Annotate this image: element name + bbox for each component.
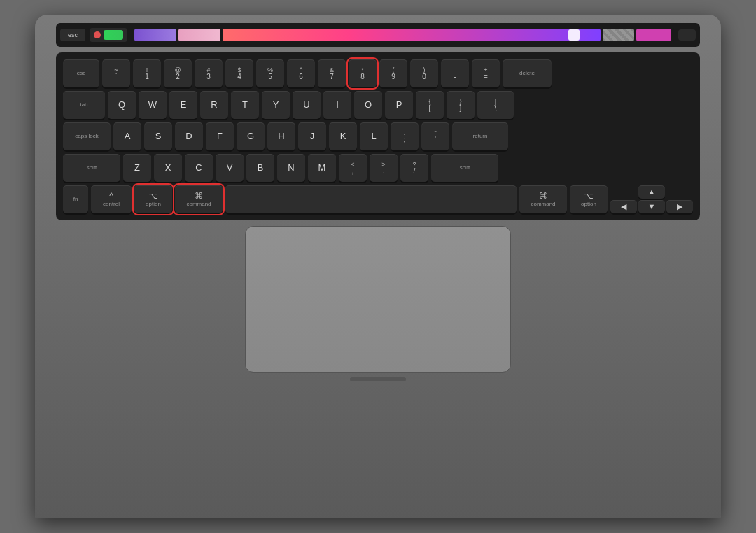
touchbar-bar-pink <box>178 29 220 41</box>
key-z[interactable]: Z <box>123 154 151 182</box>
touchbar-color-area <box>132 27 674 43</box>
key-command-right[interactable]: ⌘ command <box>519 185 567 213</box>
key-c[interactable]: C <box>185 154 213 182</box>
key-m[interactable]: M <box>308 154 336 182</box>
key-option-left[interactable]: ⌥ option <box>134 185 172 213</box>
key-a[interactable]: A <box>113 122 141 150</box>
key-x[interactable]: X <box>154 154 182 182</box>
key-6[interactable]: ^ 6 <box>287 59 315 87</box>
bottom-row: fn ^ control ⌥ option ⌘ command ⌘ comman… <box>63 185 693 213</box>
key-arrow-left[interactable]: ◀ <box>610 200 637 213</box>
touchbar-controls <box>90 28 127 42</box>
trackpad-area <box>245 226 511 373</box>
key-delete[interactable]: delete <box>503 59 552 87</box>
key-0[interactable]: ) 0 <box>410 59 438 87</box>
key-control[interactable]: ^ control <box>91 185 132 213</box>
key-w[interactable]: W <box>139 91 167 119</box>
key-j[interactable]: J <box>298 122 326 150</box>
touchbar-slider <box>104 30 123 40</box>
key-semicolon[interactable]: : ; <box>391 122 419 150</box>
laptop-body: esc ⋮ esc ~ ` <box>35 15 721 518</box>
touchbar-bar-magenta <box>636 29 671 41</box>
key-tilde[interactable]: ~ ` <box>102 59 130 87</box>
key-g[interactable]: G <box>237 122 265 150</box>
key-n[interactable]: N <box>277 154 305 182</box>
key-9[interactable]: ( 9 <box>379 59 407 87</box>
key-8[interactable]: * 8 <box>349 59 377 87</box>
key-minus[interactable]: _ - <box>441 59 469 87</box>
key-l[interactable]: L <box>360 122 388 150</box>
zxcv-row: shift Z X C V B N M < , > . ? / shift <box>63 154 693 182</box>
key-slash[interactable]: ? / <box>400 154 428 182</box>
key-h[interactable]: H <box>267 122 295 150</box>
notch-bar <box>350 377 406 381</box>
touchbar-bar-gradient <box>223 29 601 41</box>
trackpad[interactable] <box>245 226 511 373</box>
touchbar-gradient-handle <box>568 29 580 41</box>
key-i[interactable]: I <box>323 91 351 119</box>
key-e[interactable]: E <box>169 91 197 119</box>
key-arrow-down[interactable]: ▼ <box>638 200 665 213</box>
key-y[interactable]: Y <box>262 91 290 119</box>
key-5[interactable]: % 5 <box>256 59 284 87</box>
key-v[interactable]: V <box>216 154 244 182</box>
touchbar-right-icon: ⋮ <box>684 31 690 38</box>
key-option-right[interactable]: ⌥ option <box>570 185 608 213</box>
key-tab[interactable]: tab <box>63 91 105 119</box>
key-3[interactable]: # 3 <box>195 59 223 87</box>
key-esc[interactable]: esc <box>63 59 99 87</box>
key-command-left[interactable]: ⌘ command <box>175 185 223 213</box>
key-comma[interactable]: < , <box>339 154 367 182</box>
key-p[interactable]: P <box>385 91 413 119</box>
key-1[interactable]: ! 1 <box>133 59 161 87</box>
key-o[interactable]: O <box>354 91 382 119</box>
key-7[interactable]: & 7 <box>318 59 346 87</box>
arrow-keys: ▲ ◀ ▼ ▶ <box>610 185 693 213</box>
asdf-row: caps lock A S D F G H J K L : ; " ' retu… <box>63 122 693 150</box>
key-4[interactable]: $ 4 <box>225 59 253 87</box>
touchbar-bar-checkered <box>603 29 634 41</box>
key-d[interactable]: D <box>175 122 203 150</box>
key-caps-lock[interactable]: caps lock <box>63 122 111 150</box>
touchbar-esc: esc <box>60 29 85 41</box>
key-return[interactable]: return <box>452 122 508 150</box>
touchbar-bar-purple <box>134 29 176 41</box>
key-period[interactable]: > . <box>370 154 398 182</box>
key-t[interactable]: T <box>231 91 259 119</box>
key-bracket-left[interactable]: { [ <box>416 91 444 119</box>
key-f[interactable]: F <box>206 122 234 150</box>
key-s[interactable]: S <box>144 122 172 150</box>
number-row: esc ~ ` ! 1 @ 2 # 3 $ 4 % <box>63 59 693 87</box>
key-arrow-right[interactable]: ▶ <box>666 200 693 213</box>
key-quote[interactable]: " ' <box>421 122 449 150</box>
touchbar-close-icon <box>94 31 101 38</box>
key-k[interactable]: K <box>329 122 357 150</box>
key-fn[interactable]: fn <box>63 185 88 213</box>
qwerty-row: tab Q W E R T Y U I O P { [ } ] | \ <box>63 91 693 119</box>
key-backslash[interactable]: | \ <box>477 91 514 119</box>
touchbar-right-button: ⋮ <box>678 29 696 41</box>
key-q[interactable]: Q <box>108 91 136 119</box>
key-bracket-right[interactable]: } ] <box>447 91 475 119</box>
key-space[interactable] <box>225 185 517 213</box>
touch-bar: esc ⋮ <box>56 23 700 47</box>
key-shift-right[interactable]: shift <box>431 154 498 182</box>
keyboard: esc ~ ` ! 1 @ 2 # 3 $ 4 % <box>56 52 700 220</box>
key-equal[interactable]: + = <box>472 59 500 87</box>
key-u[interactable]: U <box>293 91 321 119</box>
key-r[interactable]: R <box>200 91 228 119</box>
key-2[interactable]: @ 2 <box>164 59 192 87</box>
key-arrow-up[interactable]: ▲ <box>638 185 665 199</box>
key-b[interactable]: B <box>246 154 274 182</box>
bottom-bar <box>56 377 700 381</box>
key-shift-left[interactable]: shift <box>63 154 120 182</box>
